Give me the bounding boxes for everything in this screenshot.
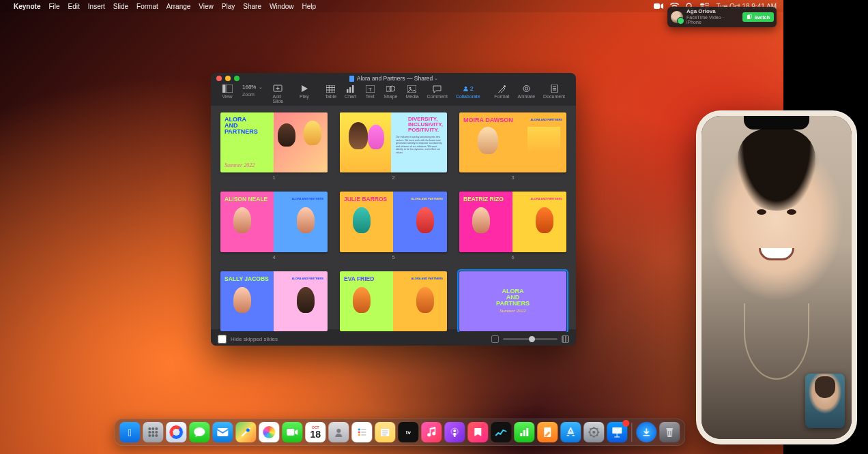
- slide-title: EVA FRIED: [344, 275, 374, 282]
- dock-safari[interactable]: [166, 422, 186, 442]
- slide-thumbnail[interactable]: MOIRA DAWSONALORA AND PARTNERS 3: [459, 112, 566, 181]
- play-icon: [299, 84, 310, 93]
- menu-play[interactable]: Play: [222, 3, 235, 10]
- chart-button[interactable]: Chart: [341, 84, 360, 99]
- slide-thumbnail[interactable]: ALORAANDPARTNERSSummer 2022 1: [220, 112, 328, 181]
- dock-pages[interactable]: [537, 422, 558, 442]
- facetime-handoff-banner[interactable]: Aga Orlova FaceTime Video · iPhone Switc…: [667, 7, 777, 27]
- close-button[interactable]: [216, 76, 222, 81]
- slide-thumbnail[interactable]: JULIE BARROSALORA AND PARTNERS 5: [340, 192, 447, 260]
- dock-tv[interactable]: tv: [398, 422, 418, 442]
- svg-point-67: [592, 431, 595, 434]
- text-button[interactable]: T Text: [360, 84, 379, 99]
- menu-arrange[interactable]: Arrange: [167, 3, 191, 10]
- add-slide-button[interactable]: Add Slide: [268, 84, 287, 104]
- menu-edit[interactable]: Edit: [68, 3, 80, 10]
- menu-file[interactable]: File: [48, 3, 59, 10]
- dock-settings[interactable]: [583, 422, 604, 442]
- dock-numbers[interactable]: [514, 422, 534, 442]
- traffic-lights: [216, 76, 240, 81]
- svg-point-31: [523, 86, 530, 92]
- table-button[interactable]: Table: [321, 84, 341, 99]
- dock-keynote[interactable]: [607, 422, 627, 442]
- menu-insert[interactable]: Insert: [88, 3, 105, 10]
- title-chevron-icon[interactable]: ⌄: [434, 76, 438, 81]
- dock-appstore[interactable]: [560, 422, 581, 442]
- dock-downloads[interactable]: [636, 422, 656, 442]
- slide-tag: ALORA AND PARTNERS: [530, 197, 562, 200]
- svg-line-72: [590, 428, 591, 429]
- zoom-slider[interactable]: [503, 338, 558, 340]
- menu-view[interactable]: View: [199, 3, 214, 10]
- dock-notes[interactable]: [375, 422, 395, 442]
- collaborate-icon: 2: [463, 84, 474, 93]
- window-titlebar[interactable]: Alora and Partners — Shared ⌄: [211, 73, 576, 84]
- menu-help[interactable]: Help: [302, 3, 317, 10]
- dock-news[interactable]: [467, 422, 488, 442]
- play-button[interactable]: Play: [295, 84, 314, 99]
- minimize-button[interactable]: [225, 76, 231, 81]
- document-label: Document: [543, 94, 565, 99]
- zoom-value: 168%: [242, 84, 256, 90]
- slide-thumbnail[interactable]: DIVERSITY,INCLUSIVITY,POSITIVITY.Our ind…: [340, 112, 447, 181]
- dock-music[interactable]: [421, 422, 442, 442]
- dock-finder[interactable]: 󰀵: [119, 422, 140, 442]
- document-button[interactable]: Document: [539, 84, 569, 99]
- iphone-device: [696, 110, 857, 444]
- dock-calendar[interactable]: OCT18: [305, 422, 326, 442]
- hide-skipped-checkbox[interactable]: [218, 335, 227, 344]
- slide-thumbnail[interactable]: ALISON NEALEALORA AND PARTNERS 4: [220, 192, 328, 260]
- window-footer: Hide skipped slides: [211, 332, 576, 346]
- facetime-status-icon[interactable]: [654, 3, 663, 10]
- svg-point-47: [246, 429, 250, 432]
- view-label: View: [222, 94, 232, 99]
- svg-point-60: [453, 429, 456, 432]
- menu-format[interactable]: Format: [136, 3, 158, 10]
- zoom-max-icon[interactable]: [562, 335, 569, 343]
- view-button[interactable]: View: [218, 84, 237, 99]
- menu-window[interactable]: Window: [270, 3, 294, 10]
- dock-podcasts[interactable]: [444, 422, 465, 442]
- menu-slide[interactable]: Slide: [113, 3, 128, 10]
- view-icon: [222, 84, 233, 93]
- menu-bar: Keynote File Edit Insert Slide Format Ar…: [0, 0, 783, 12]
- play-label: Play: [300, 94, 309, 99]
- facetime-self-pip[interactable]: [805, 374, 845, 428]
- slide-number: 6: [511, 254, 514, 260]
- slide-number: 4: [272, 254, 275, 260]
- menu-share[interactable]: Share: [243, 3, 261, 10]
- dock-photos[interactable]: [259, 422, 279, 442]
- dock-launchpad[interactable]: [143, 422, 163, 442]
- dock-stocks[interactable]: [491, 422, 511, 442]
- slide-thumbnail[interactable]: SALLY JACOBSALORA AND PARTNERS 7: [220, 271, 328, 339]
- call-subtitle: FaceTime Video · iPhone: [686, 15, 739, 25]
- shape-button[interactable]: Shape: [379, 84, 401, 99]
- svg-point-45: [155, 434, 158, 437]
- zoom-dropdown[interactable]: 168%⌄ Zoom: [237, 84, 268, 90]
- zoom-min-icon[interactable]: [491, 335, 499, 343]
- dock-messages[interactable]: [189, 422, 209, 442]
- slide-thumbnail-selected[interactable]: ALORAANDPARTNERSSummer 2022 9: [459, 271, 566, 339]
- menubar-app-name[interactable]: Keynote: [14, 3, 40, 10]
- dock-trash[interactable]: [659, 422, 680, 442]
- maximize-button[interactable]: [234, 76, 240, 81]
- animate-button[interactable]: Animate: [513, 84, 539, 99]
- dock-maps[interactable]: [235, 422, 256, 442]
- media-button[interactable]: Media: [401, 84, 422, 99]
- iphone-screen[interactable]: [701, 116, 852, 439]
- svg-point-42: [155, 431, 158, 434]
- switch-button[interactable]: Switch: [742, 12, 774, 22]
- dock-facetime[interactable]: [282, 422, 302, 442]
- format-button[interactable]: Format: [490, 84, 513, 99]
- slide-thumbnail[interactable]: BEATRIZ RIZOALORA AND PARTNERS 6: [459, 192, 566, 260]
- dock-contacts[interactable]: [328, 422, 349, 442]
- dock-mail[interactable]: [212, 422, 233, 442]
- collaborate-button[interactable]: 2 Collaborate: [452, 84, 484, 99]
- dock-reminders[interactable]: [351, 422, 372, 442]
- svg-point-44: [151, 434, 154, 437]
- iphone-notch: [744, 116, 809, 130]
- slide-thumbnail[interactable]: EVA FRIEDALORA AND PARTNERS 8: [340, 271, 447, 339]
- comment-button[interactable]: Comment: [423, 84, 452, 99]
- svg-point-39: [155, 427, 158, 430]
- text-label: Text: [366, 94, 375, 99]
